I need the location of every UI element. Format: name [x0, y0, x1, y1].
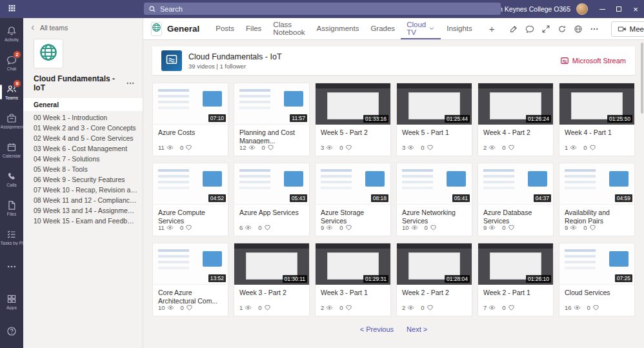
- more-button[interactable]: [587, 21, 602, 37]
- rail-item-apps[interactable]: Apps: [0, 287, 23, 316]
- back-all-teams[interactable]: All teams: [23, 18, 143, 33]
- tab-posts[interactable]: Posts: [210, 18, 240, 39]
- view-count: 1: [239, 304, 243, 311]
- previous-page-link[interactable]: < Previous: [360, 325, 394, 333]
- meet-button[interactable]: Meet: [611, 21, 644, 37]
- video-card[interactable]: 08:18Azure Storage Services90: [315, 163, 391, 236]
- video-card[interactable]: 01:30:11Week 3 - Part 210: [234, 243, 310, 316]
- channel-item-08-week-11-and-12-compliance-features[interactable]: 08 Week 11 and 12 - Compliance Features: [23, 195, 143, 205]
- unread-badge: 9: [13, 79, 21, 88]
- rail-item-tasks[interactable]: Tasks by Pla...: [0, 223, 23, 252]
- unread-badge: 2: [13, 50, 21, 59]
- like-count: 0: [180, 144, 183, 151]
- video-card[interactable]: 04:59Availability and Region Pairs90: [559, 163, 635, 236]
- heart-icon: [185, 224, 192, 231]
- minimize-button[interactable]: [594, 0, 610, 18]
- team-options-icon[interactable]: [126, 79, 135, 88]
- rail-item-activity[interactable]: Activity: [0, 19, 23, 48]
- rail-item-help[interactable]: [0, 316, 23, 345]
- window-controls: ×: [594, 0, 644, 18]
- video-card[interactable]: 01:28:04Week 2 - Part 220: [396, 243, 472, 316]
- video-duration: 01:30:11: [283, 275, 307, 283]
- refresh-button[interactable]: [554, 21, 570, 37]
- channel-item-06-week-9-security-features[interactable]: 06 Week 9 - Security Features: [23, 174, 143, 185]
- video-card[interactable]: 01:25:50Week 4 - Part 110: [559, 83, 635, 156]
- video-card[interactable]: 11:57Planning and Cost Managem...120: [234, 83, 310, 156]
- heart-icon: [589, 144, 596, 151]
- video-card[interactable]: 01:29:31Week 3 - Part 120: [315, 243, 391, 316]
- app-launcher-icon[interactable]: [8, 3, 16, 15]
- video-thumbnail: 04:52: [153, 163, 228, 205]
- video-card[interactable]: 01:26:10Week 2 - Part 170: [478, 243, 554, 316]
- team-name: Cloud Fundamentals - IoT: [34, 74, 126, 92]
- video-card[interactable]: 05:43Azure App Services60: [234, 163, 310, 236]
- view-count: 11: [158, 224, 165, 231]
- tab-files[interactable]: Files: [240, 18, 267, 39]
- channel-item-02-week-4-and-5-core-services[interactable]: 02 Week 4 and 5 - Core Services: [23, 133, 143, 143]
- heart-icon: [430, 224, 437, 231]
- tab-grades[interactable]: Grades: [365, 18, 401, 39]
- rail-item-more-apps[interactable]: [0, 252, 23, 281]
- rail-item-calendar[interactable]: Calendar: [0, 136, 23, 165]
- tab-class-notebook[interactable]: Class Notebook: [267, 18, 310, 39]
- video-card[interactable]: 07:10Azure Costs110: [152, 83, 228, 156]
- rail-item-assignments[interactable]: Assignments: [0, 107, 23, 136]
- stream-logo-icon: [161, 50, 182, 71]
- rail-item-label: Assignments: [1, 125, 23, 129]
- video-card[interactable]: 13:52Core Azure Architectural Com...100: [152, 243, 228, 316]
- channel-item-05-week-8-tools[interactable]: 05 Week 8 - Tools: [23, 164, 143, 174]
- video-card[interactable]: 04:52Azure Compute Services110: [152, 163, 228, 236]
- video-card[interactable]: 01:25:44Week 5 - Part 130: [396, 83, 472, 156]
- rail-item-calls[interactable]: Calls: [0, 165, 23, 194]
- channel-item-09-week-13-and-14-assignment-and-revision[interactable]: 09 Week 13 and 14 - Assignment and Revis…: [23, 205, 143, 216]
- scrollbar[interactable]: [640, 40, 644, 348]
- scrollbar-thumb[interactable]: [641, 43, 643, 114]
- rail-item-label: Files: [7, 212, 17, 216]
- edit-button[interactable]: [506, 21, 521, 37]
- channel-item-07-week-10-recap-revision-and-review[interactable]: 07 Week 10 - Recap, Revision and Review: [23, 185, 143, 195]
- video-thumbnail: 01:25:50: [559, 83, 634, 125]
- channel-header: General PostsFilesClass NotebookAssignme…: [143, 18, 644, 40]
- maximize-button[interactable]: [610, 0, 627, 18]
- tab-insights[interactable]: Insights: [441, 18, 478, 39]
- video-card[interactable]: 01:26:24Week 4 - Part 220: [478, 83, 554, 156]
- channel-item-01-week-2-and-3-core-concepts[interactable]: 01 Week 2 and 3 - Core Concepts: [23, 123, 143, 133]
- channel-item-00-week-1-introduction[interactable]: 00 Week 1 - Introduction: [23, 112, 143, 123]
- rail-item-label: Calls: [6, 183, 17, 187]
- expand-button[interactable]: [538, 21, 554, 37]
- search-input[interactable]: [160, 5, 496, 13]
- next-page-link[interactable]: Next >: [407, 325, 427, 333]
- add-tab-button[interactable]: +: [483, 23, 501, 34]
- tab-assignments[interactable]: Assignments: [311, 18, 365, 39]
- video-title: Week 2 - Part 1: [478, 285, 553, 304]
- edit-icon: [509, 25, 518, 34]
- rail-item-files[interactable]: Files: [0, 194, 23, 223]
- video-grid: 07:10Azure Costs11011:57Planning and Cos…: [152, 83, 635, 316]
- like-count: 0: [181, 304, 184, 311]
- tab-label: Cloud TV: [407, 21, 426, 36]
- video-duration: 01:26:24: [526, 115, 551, 123]
- rail-item-teams[interactable]: 9Teams: [0, 77, 23, 107]
- heart-icon: [345, 144, 352, 151]
- channel-item-03-week-6-cost-management[interactable]: 03 Week 6 - Cost Management: [23, 143, 143, 154]
- channel-item-general[interactable]: General: [23, 98, 143, 111]
- video-stats: 30: [397, 144, 472, 156]
- video-card[interactable]: 07:25Cloud Services160: [559, 243, 635, 316]
- video-card[interactable]: 01:33:16Week 5 - Part 230: [315, 83, 391, 156]
- chat-button[interactable]: [522, 21, 538, 37]
- channel-item-04-week-7-solutions[interactable]: 04 Week 7 - Solutions: [23, 154, 143, 164]
- rail-item-chat[interactable]: 2Chat: [0, 48, 23, 77]
- globe-icon: [152, 23, 161, 35]
- video-duration: 01:29:31: [363, 275, 388, 283]
- video-card[interactable]: 05:41Azure Networking Services100: [396, 163, 472, 236]
- globe-button[interactable]: [570, 21, 586, 37]
- like-count: 0: [502, 144, 505, 151]
- search-bar[interactable]: [144, 3, 501, 15]
- tab-cloud-tv[interactable]: Cloud TV: [401, 18, 441, 39]
- user-avatar[interactable]: [576, 3, 588, 15]
- open-in-stream-link[interactable]: Microsoft Stream: [560, 56, 626, 65]
- channel-item-10-week-15-exam-and-feedback[interactable]: 10 Week 15 - Exam and Feedback: [23, 216, 143, 226]
- video-title: Core Azure Architectural Com...: [153, 285, 228, 304]
- close-button[interactable]: ×: [627, 0, 644, 18]
- video-card[interactable]: 04:37Azure Database Services90: [478, 163, 554, 236]
